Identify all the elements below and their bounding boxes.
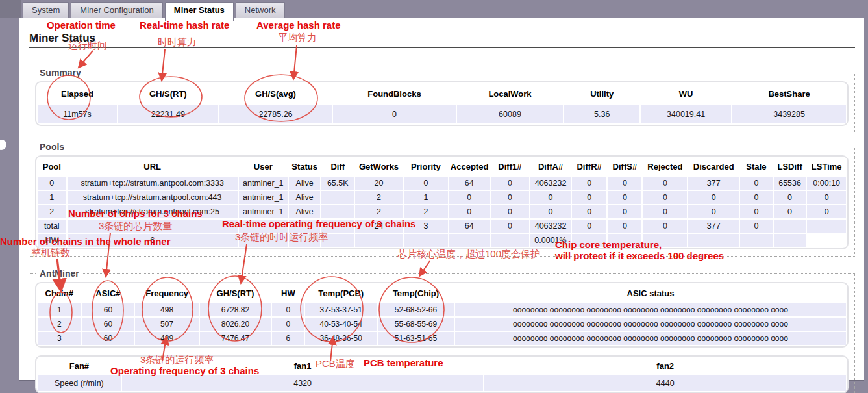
table-row: Speed (r/min)43204440 bbox=[38, 375, 846, 391]
table-cell bbox=[608, 234, 641, 247]
table-cell: 4320 bbox=[122, 375, 484, 391]
table-cell: 60 bbox=[82, 303, 134, 316]
column-header: DiffS# bbox=[608, 158, 641, 175]
table-cell: 0:00:10 bbox=[807, 177, 846, 190]
chains-table: Chain#ASIC#FrequencyGH/S(RT)HWTemp(PCB)T… bbox=[35, 282, 849, 348]
table-cell: 0 bbox=[740, 191, 773, 204]
table-cell bbox=[404, 234, 448, 247]
page-title: Miner Status bbox=[29, 32, 855, 45]
table-cell: 377 bbox=[688, 177, 739, 190]
column-header: Temp(Chip) bbox=[378, 285, 454, 302]
table-cell bbox=[355, 234, 403, 247]
table-cell: 0 bbox=[740, 205, 773, 218]
table-cell bbox=[239, 220, 288, 233]
column-header: ASIC status bbox=[455, 285, 846, 302]
table-cell: 4063232 bbox=[530, 177, 571, 190]
column-header: Chain# bbox=[38, 285, 81, 302]
table-cell bbox=[449, 234, 490, 247]
table-cell: 0.0001% bbox=[530, 234, 571, 247]
column-header: URL bbox=[68, 158, 238, 175]
column-header: Stale bbox=[740, 158, 773, 175]
column-header: GH/S(RT) bbox=[200, 285, 271, 302]
table-cell: 65.5K bbox=[321, 177, 354, 190]
table-row: 1604986728.82037-53-37-5152-68-52-66oooo… bbox=[38, 303, 846, 316]
tab-system[interactable]: System bbox=[23, 2, 69, 18]
title-divider bbox=[29, 47, 855, 48]
top-left-corner bbox=[0, 0, 21, 18]
table-cell: 60089 bbox=[457, 105, 564, 123]
table-cell: 0 bbox=[608, 191, 641, 204]
column-header: fan1 bbox=[122, 358, 484, 374]
table-cell: stratum+tcp://stratum.antpool.com:25 bbox=[68, 205, 238, 218]
table-cell: antminer_1 bbox=[239, 205, 288, 218]
table-cell: 0 bbox=[643, 191, 687, 204]
table-cell bbox=[68, 220, 238, 233]
miner-status-page: { "tabs": [ {"label": "System", "active"… bbox=[0, 0, 868, 393]
table-cell: 3439285 bbox=[732, 105, 846, 123]
table-cell bbox=[807, 220, 846, 233]
column-header: User bbox=[239, 158, 288, 175]
summary-section: Summary ElapsedGH/S(RT)GH/S(avg)FoundBlo… bbox=[29, 68, 855, 133]
table-row: 0stratum+tcp://stratum.antpool.com:3333a… bbox=[38, 177, 846, 190]
table-cell: 0 bbox=[449, 191, 490, 204]
table-cell bbox=[491, 234, 529, 247]
table-cell: 0 bbox=[572, 220, 606, 233]
table-cell: 8026.20 bbox=[200, 318, 271, 331]
table-cell: 4440 bbox=[484, 375, 846, 391]
table-cell bbox=[321, 220, 354, 233]
table-cell: 3 bbox=[404, 220, 448, 233]
table-cell: 0 bbox=[740, 220, 773, 233]
table-cell: 0 bbox=[608, 220, 641, 233]
table-cell: 2 bbox=[404, 205, 448, 218]
table-cell: total bbox=[38, 220, 66, 233]
table-row: Fan#fan1fan2 bbox=[38, 358, 846, 374]
tab-miner-configuration[interactable]: Miner Configuration bbox=[71, 2, 162, 18]
column-header: HW bbox=[272, 285, 304, 302]
table-cell: 20 bbox=[355, 177, 403, 190]
table-cell: 2 bbox=[355, 205, 403, 218]
column-header: Diff bbox=[321, 158, 354, 175]
table-cell: 0 bbox=[272, 303, 304, 316]
column-header: LSTime bbox=[807, 158, 846, 175]
table-cell: 0 bbox=[740, 177, 773, 190]
table-cell: 64 bbox=[449, 220, 490, 233]
table-cell: stratum+tcp://stratum.antpool.com:3333 bbox=[68, 177, 238, 190]
table-cell: 3 bbox=[38, 332, 81, 345]
tab-miner-status[interactable]: Miner Status bbox=[165, 2, 234, 21]
column-header: Temp(PCB) bbox=[305, 285, 377, 302]
table-cell: 0 bbox=[774, 191, 806, 204]
table-cell: oooooooo oooooooo oooooooo oooooooo oooo… bbox=[455, 332, 846, 345]
table-cell: 0 bbox=[449, 205, 490, 218]
table-cell: 24 bbox=[355, 220, 403, 233]
table-cell: 0 bbox=[643, 220, 687, 233]
column-header: Status bbox=[289, 158, 321, 175]
table-cell: antminer_1 bbox=[239, 191, 288, 204]
table-cell: 0 bbox=[404, 177, 448, 190]
table-cell: Alive bbox=[289, 177, 321, 190]
table-cell: 65536 bbox=[774, 177, 806, 190]
antminer-section: AntMiner Chain#ASIC#FrequencyGH/S(RT)HWT… bbox=[29, 268, 855, 393]
column-header: BestShare bbox=[732, 84, 846, 104]
table-cell: 40-53-40-54 bbox=[305, 318, 377, 331]
table-cell: 0 bbox=[572, 205, 606, 218]
column-header: LSDiff bbox=[774, 158, 806, 175]
column-header: Fan# bbox=[38, 358, 121, 374]
table-cell: 0 bbox=[272, 318, 304, 331]
table-row: 11m57s22231.4922785.260600895.36340019.4… bbox=[38, 105, 846, 123]
column-header: Priority bbox=[404, 158, 448, 175]
column-header: GetWorks bbox=[355, 158, 403, 175]
table-cell: 0 bbox=[807, 205, 846, 218]
summary-legend: Summary bbox=[36, 68, 84, 78]
column-header: Pool bbox=[38, 158, 66, 175]
table-cell bbox=[643, 234, 687, 247]
table-cell bbox=[688, 234, 739, 247]
tab-network[interactable]: Network bbox=[236, 2, 285, 18]
table-cell: 22231.49 bbox=[118, 105, 218, 123]
table-cell bbox=[321, 205, 354, 218]
table-cell: 489 bbox=[135, 332, 198, 345]
table-row: 1stratum+tcp://stratum.antpool.com:443an… bbox=[38, 191, 846, 204]
table-row: total24364040632320003770 bbox=[38, 220, 846, 233]
table-cell: 64 bbox=[449, 177, 490, 190]
table-row: Chain#ASIC#FrequencyGH/S(RT)HWTemp(PCB)T… bbox=[38, 285, 846, 302]
table-cell bbox=[774, 234, 806, 247]
